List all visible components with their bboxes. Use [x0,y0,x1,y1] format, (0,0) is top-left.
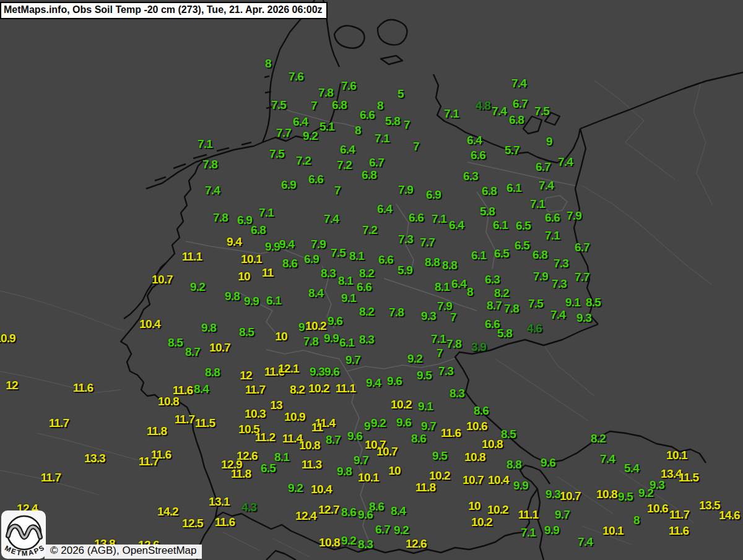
station-temp-label: 6.7 [536,160,550,174]
station-temp-label: 11.7 [49,416,69,430]
station-temp-label: 5.8 [497,327,512,340]
station-temp-label: 8.8 [425,256,440,269]
station-temp-label: 6.4 [377,202,392,216]
station-temp-label: 12.5 [182,517,203,530]
station-temp-label: 10.4 [311,483,332,496]
station-temp-label: 9.7 [345,353,360,367]
station-temp-label: 11.1 [336,382,356,395]
station-temp-label: 8 [355,124,361,137]
station-temp-label: 9.5 [417,369,432,382]
station-temp-label: 9.6 [324,365,339,379]
metmaps-logo: METMAPS [1,510,46,559]
station-temp-label: 10.6 [647,502,668,515]
station-temp-label: 11.5 [679,471,699,485]
station-temp-label: 13 [270,398,282,412]
station-temp-label: 9.2 [638,486,653,500]
station-temp-label: 11.6 [669,524,689,538]
station-temp-label: 6.8 [482,184,497,198]
station-temp-label: 12 [240,369,252,382]
station-temp-label: 10.7 [560,489,581,503]
station-temp-label: 7.1 [545,229,560,243]
station-temp-label: 7 [404,118,410,132]
station-temp-label: 7.4 [550,308,565,322]
station-temp-label: 9.8 [201,321,216,335]
station-temp-label: 6.1 [493,218,508,232]
station-temp-label: 11.6 [73,381,93,395]
station-temp-label: 7.6 [341,79,356,93]
station-temp-label: 9.2 [341,534,356,548]
station-temp-label: 7.1 [444,107,459,121]
station-temp-label: 14.2 [157,505,178,519]
station-temp-label: 9.1 [565,296,580,309]
station-temp-label: 8.8 [506,458,521,472]
station-temp-label: 10.1 [358,471,379,485]
station-temp-label: 7.4 [578,535,593,549]
station-temp-label: 6.5 [516,219,531,233]
station-temp-label: 10.3 [245,407,266,421]
station-temp-label: 9.2 [303,129,318,143]
station-temp-label: 5 [398,87,404,101]
station-temp-label: 9.4 [366,376,381,390]
station-temp-label: 6.6 [409,211,424,225]
station-temp-label: 10 [238,270,250,283]
station-temp-label: 8.5 [501,428,516,441]
station-temp-label: 8.5 [168,336,183,350]
station-temp-label: 7.8 [303,335,318,348]
title-text: MetMaps.info, Obs Soil Temp -20 cm (273)… [4,4,323,15]
station-temp-label: 6.5 [494,247,509,261]
station-temp-label: 5.8 [480,205,495,218]
station-temp-label: 7.7 [420,236,435,249]
station-temp-label: 7.4 [539,179,554,192]
station-temp-label: 6.8 [532,248,547,262]
station-temp-label: 7.7 [276,126,291,140]
station-temp-label: 9.5 [618,490,633,504]
station-temp-label: 9.2 [394,523,409,537]
station-temp-label: 11.7 [41,471,61,485]
station-temp-label: 7 [413,140,419,153]
station-temp-label: 5.8 [385,114,400,128]
station-temp-label: 10.2 [487,503,508,517]
attribution-bar: © 2026 (AGB), OpenStreetMap [45,545,202,559]
station-temp-label: 10.1 [241,252,262,266]
station-temp-label: 11.1 [182,250,202,264]
station-temp-label: 6.4 [340,143,355,157]
station-temp-label: 10.8 [158,395,179,408]
station-temp-label: 6.6 [357,280,372,294]
station-temp-label: 8.2 [494,286,509,300]
station-temp-label: 7.5 [331,246,345,260]
attribution-text: © 2026 (AGB), OpenStreetMap [50,545,196,556]
station-temp-label: 6.3 [485,273,500,286]
station-temp-label: 12.7 [318,503,339,517]
station-temp-label: 7.5 [534,105,549,118]
title-bar: MetMaps.info, Obs Soil Temp -20 cm (273)… [0,2,328,19]
station-temp-label: 10 [388,464,401,478]
station-temp-label: 7.4 [511,77,526,90]
station-temp-label: 6.4 [451,277,466,291]
station-temp-label: 10.2 [305,319,326,333]
station-temp-label: 6.8 [509,113,524,127]
station-temp-label: 8.3 [450,387,464,400]
station-temp-label: 8.5 [239,325,254,339]
station-temp-label: 11.8 [415,481,436,494]
station-temp-label: 6.8 [332,98,347,112]
station-temp-label: 12.6 [406,537,427,551]
station-temp-label: 9.2 [190,280,205,294]
station-temp-label: 7.8 [202,158,217,171]
station-temp-label: 8.1 [274,450,289,464]
station-temp-label: 4.6 [527,322,542,335]
station-temp-label: 8.7 [487,299,502,312]
station-temp-label: 9 [546,135,552,149]
station-temp-label: 10.1 [666,449,687,462]
station-temp-label: 11.5 [195,416,215,430]
station-temp-label: 8.1 [349,249,364,263]
station-temp-label: 6.7 [375,523,390,536]
station-temp-label: 5.7 [505,144,519,157]
station-temp-label: 9.3 [310,365,324,379]
station-temp-label: 10.9 [284,410,305,424]
station-temp-label: 5.1 [319,120,334,134]
map-canvas[interactable]: 87.67.87.657.576.886.65.877.14.87.46.77.… [0,0,743,560]
station-temp-label: 10.9 [0,332,15,345]
station-temp-label: 10.8 [464,450,485,464]
station-temp-label: 9.2 [288,481,303,495]
station-temp-label: 13.5 [699,499,720,512]
